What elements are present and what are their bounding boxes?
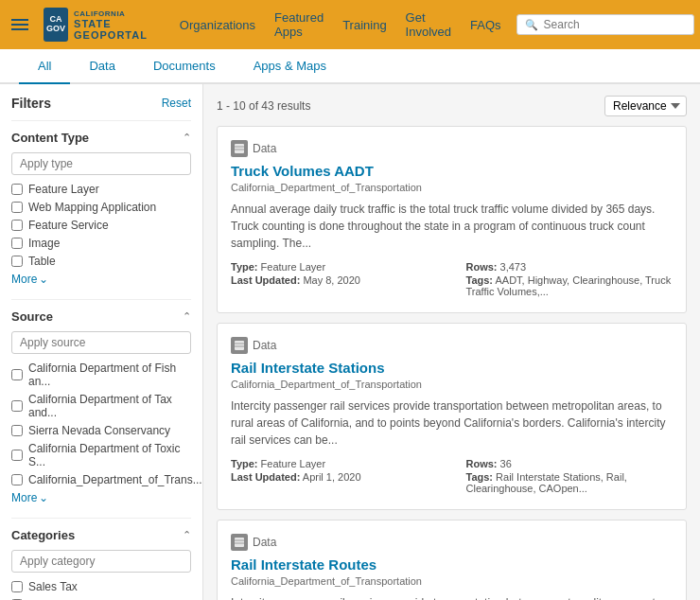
content-type-title: Content Type	[11, 131, 89, 145]
svg-rect-3	[235, 341, 244, 350]
categories-title: Categories	[11, 528, 75, 542]
label-table[interactable]: Table	[28, 255, 56, 268]
content-type-chevron: ⌃	[183, 132, 191, 144]
search-bar[interactable]: 🔍	[516, 14, 695, 35]
filter-item-feature-service: Feature Service	[11, 219, 191, 232]
source-more-label: More	[11, 491, 37, 504]
tags-value-0: AADT, Highway, Clearinghouse, Truck Traf…	[466, 274, 672, 297]
label-feature-layer[interactable]: Feature Layer	[28, 183, 99, 196]
nav-featured-apps[interactable]: Featured Apps	[274, 10, 324, 39]
source-more[interactable]: More ⌄	[11, 491, 191, 504]
checkbox-category-0[interactable]	[11, 581, 23, 592]
card-description-2: Intercity passenger rail services provid…	[231, 594, 673, 600]
card-type-badge-1: Data	[231, 337, 673, 354]
checkbox-source-0[interactable]	[11, 369, 23, 380]
nav-organizations[interactable]: Organizations	[180, 18, 255, 32]
more-chevron: ⌄	[39, 273, 48, 286]
card-meta-tags-1: Tags: Rail Interstate Stations, Rail, Cl…	[466, 471, 674, 494]
categories-input[interactable]	[11, 550, 191, 573]
checkbox-image[interactable]	[11, 238, 23, 249]
card-description-0: Annual average daily truck traffic is th…	[231, 201, 673, 252]
tab-data[interactable]: Data	[70, 49, 133, 84]
filters-header: Filters Reset	[11, 96, 191, 111]
content-type-filter: Content Type ⌃ Feature Layer Web Mapping…	[11, 120, 191, 286]
card-title-0[interactable]: Truck Volumes AADT	[231, 163, 673, 179]
card-subtitle-1: California_Department_of_Transportation	[231, 379, 673, 390]
tab-apps-maps[interactable]: Apps & Maps	[235, 49, 345, 84]
checkbox-feature-layer[interactable]	[11, 184, 23, 195]
categories-filter: Categories ⌃ Sales Tax CAL FIRE Public D…	[11, 518, 191, 600]
source-header[interactable]: Source ⌃	[11, 309, 191, 324]
reset-filters[interactable]: Reset	[162, 97, 191, 110]
nav-training[interactable]: Training	[342, 18, 386, 32]
card-title-2[interactable]: Rail Interstate Routes	[231, 556, 673, 573]
source-filter: Source ⌃ California Department of Fish a…	[11, 299, 191, 504]
category-item-0: Sales Tax	[11, 580, 191, 593]
header-right: 🔍 Sign In	[516, 7, 700, 43]
card-title-1[interactable]: Rail Interstate Stations	[231, 360, 673, 376]
card-meta-rows-0: Rows: 3,473	[466, 261, 674, 273]
card-meta-updated-1: Last Updated: April 1, 2020	[231, 471, 438, 483]
nav-get-involved[interactable]: Get Involved	[406, 10, 451, 39]
card-meta-type-0: Type: Feature Layer	[231, 261, 438, 273]
checkbox-table[interactable]	[11, 256, 23, 267]
label-web-mapping[interactable]: Web Mapping Application	[28, 201, 156, 214]
data-icon-2	[231, 534, 248, 551]
filter-item-feature-layer: Feature Layer	[11, 183, 191, 196]
checkbox-feature-service[interactable]	[11, 220, 23, 231]
source-input[interactable]	[11, 331, 191, 354]
checkbox-web-mapping[interactable]	[11, 202, 23, 213]
label-category-0[interactable]: Sales Tax	[28, 580, 78, 593]
content-type-more[interactable]: More ⌄	[11, 273, 191, 286]
svg-rect-6	[235, 538, 244, 547]
filter-item-web-mapping: Web Mapping Application	[11, 201, 191, 214]
logo-california: CALIFORNIA	[74, 9, 157, 18]
label-source-3[interactable]: California Department of Toxic S...	[28, 442, 191, 468]
label-source-1[interactable]: California Department of Tax and...	[28, 393, 191, 419]
label-source-4[interactable]: California_Department_of_Trans...	[28, 473, 202, 486]
card-meta-1: Type: Feature Layer Last Updated: April …	[231, 458, 673, 496]
card-type-text-0: Data	[253, 142, 276, 155]
tab-documents[interactable]: Documents	[134, 49, 235, 84]
label-source-0[interactable]: California Department of Fish an...	[28, 362, 191, 388]
filter-item-image: Image	[11, 237, 191, 250]
nav-faqs[interactable]: FAQs	[470, 18, 501, 32]
tab-all[interactable]: All	[19, 49, 70, 84]
result-card-truck-volumes: Data Truck Volumes AADT California_Depar…	[217, 126, 687, 313]
card-meta-left-0: Type: Feature Layer Last Updated: May 8,…	[231, 261, 438, 299]
card-meta-right-0: Rows: 3,473 Tags: AADT, Highway, Clearin…	[466, 261, 674, 299]
more-label: More	[11, 273, 37, 286]
updated-label-1: Last Updated:	[231, 471, 300, 483]
result-card-rail-stations: Data Rail Interstate Stations California…	[217, 323, 687, 510]
svg-rect-0	[235, 144, 244, 153]
checkbox-source-1[interactable]	[11, 400, 23, 412]
checkbox-source-3[interactable]	[11, 450, 23, 461]
card-type-text-1: Data	[253, 339, 276, 352]
results-count: 1 - 10 of 43 results	[217, 99, 310, 113]
sub-nav: All Data Documents Apps & Maps	[0, 49, 700, 84]
updated-value-0: May 8, 2020	[303, 274, 360, 286]
type-value-1: Feature Layer	[261, 458, 325, 469]
checkbox-source-4[interactable]	[11, 474, 23, 485]
card-meta-updated-0: Last Updated: May 8, 2020	[231, 274, 438, 286]
label-source-2[interactable]: Sierra Nevada Conservancy	[28, 424, 170, 437]
hamburger-menu[interactable]	[11, 19, 28, 30]
main-layout: Filters Reset Content Type ⌃ Feature Lay…	[0, 84, 700, 600]
search-icon: 🔍	[525, 19, 538, 31]
label-feature-service[interactable]: Feature Service	[28, 219, 109, 232]
relevance-select[interactable]: Relevance	[604, 96, 687, 116]
content-type-input[interactable]	[11, 152, 191, 175]
content-type-header[interactable]: Content Type ⌃	[11, 131, 191, 145]
header: CAGOV CALIFORNIA STATE GEOPORTAL Organiz…	[0, 0, 700, 49]
search-input[interactable]	[544, 18, 687, 31]
tags-label-0: Tags:	[466, 274, 494, 286]
tags-label-1: Tags:	[466, 471, 494, 483]
card-meta-0: Type: Feature Layer Last Updated: May 8,…	[231, 261, 673, 299]
label-image[interactable]: Image	[28, 237, 60, 250]
checkbox-source-2[interactable]	[11, 425, 23, 436]
source-item-1: California Department of Tax and...	[11, 393, 191, 419]
categories-header[interactable]: Categories ⌃	[11, 528, 191, 542]
source-item-4: California_Department_of_Trans...	[11, 473, 191, 486]
card-meta-tags-0: Tags: AADT, Highway, Clearinghouse, Truc…	[466, 274, 674, 297]
source-more-chevron: ⌄	[39, 491, 48, 504]
